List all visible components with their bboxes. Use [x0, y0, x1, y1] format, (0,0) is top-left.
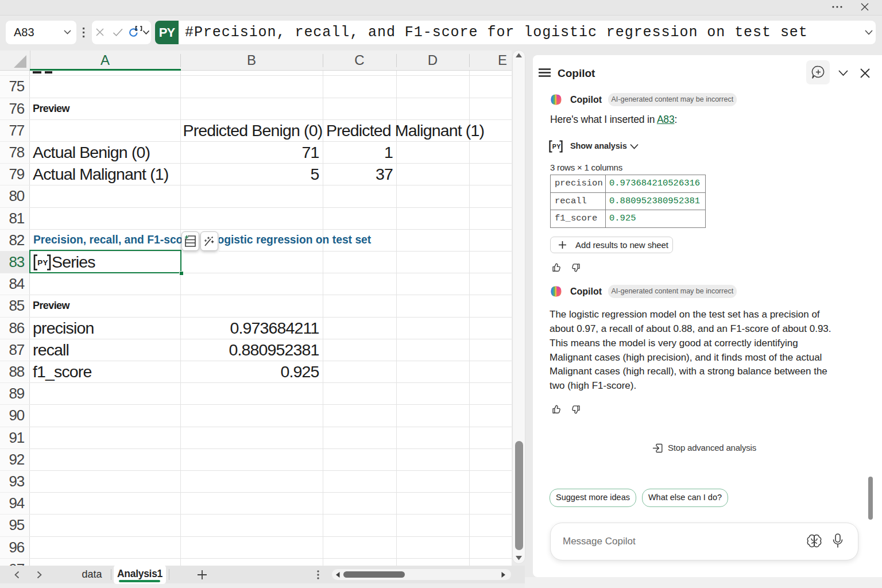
svg-text:PY: PY: [552, 143, 561, 150]
